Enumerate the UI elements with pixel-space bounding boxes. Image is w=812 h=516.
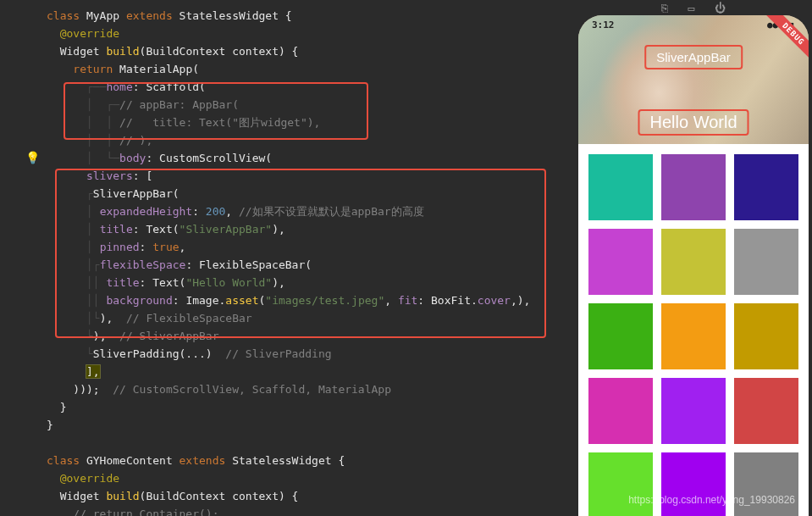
lightbulb-icon[interactable]: 💡	[25, 151, 40, 164]
code-line[interactable]: │ │ // ),	[47, 131, 575, 149]
code-line[interactable]: │ pinned: true,	[47, 238, 575, 256]
grid-cell[interactable]	[734, 378, 798, 444]
code-line[interactable]: ┌──home: Scaffold(	[47, 78, 575, 96]
toggle-icon[interactable]: ⏻	[715, 2, 726, 14]
code-line[interactable]: @override	[47, 25, 575, 42]
simulator-pane: ⎘ ▭ ⏻ DEBUG 3:12 ●●● ▮ SliverAppBar Hell…	[575, 0, 812, 516]
grid-cell[interactable]	[588, 229, 653, 295]
grid-cell[interactable]	[588, 452, 653, 516]
code-line[interactable]: Widget build(BuildContext context) {	[47, 42, 575, 60]
grid-cell[interactable]	[588, 303, 653, 369]
grid-cell[interactable]	[661, 303, 726, 369]
code-line[interactable]: │└), // FlexibleSpaceBar	[47, 309, 575, 327]
sliver-appbar: 3:12 ●●● ▮ SliverAppBar Hello World	[578, 15, 809, 144]
screenshot-icon[interactable]: ⎘	[661, 2, 668, 14]
code-area[interactable]: class MyApp extends StatelessWidget { @o…	[0, 7, 575, 516]
code-line[interactable]: ││ background: Image.asset("images/test.…	[47, 291, 575, 309]
status-time: 3:12	[592, 19, 615, 31]
grid-cell[interactable]	[734, 452, 798, 516]
code-line[interactable]: ],	[47, 363, 575, 380]
grid-cell[interactable]	[661, 229, 726, 295]
device-frame: DEBUG 3:12 ●●● ▮ SliverAppBar Hello Worl…	[578, 15, 809, 516]
code-line[interactable]: │ title: Text("SliverAppBar"),	[47, 220, 575, 238]
flexspace-title: Hello World	[638, 109, 749, 136]
grid-cell[interactable]	[734, 154, 798, 220]
grid-cell[interactable]	[661, 154, 726, 220]
code-line[interactable]: │ ┌─// appBar: AppBar(	[47, 96, 575, 114]
grid-cell[interactable]	[734, 229, 798, 295]
code-line[interactable]: return MaterialApp(	[47, 60, 575, 78]
code-line[interactable]: }	[47, 398, 575, 416]
code-line[interactable]	[47, 434, 575, 452]
grid-cell[interactable]	[588, 154, 653, 220]
sliver-grid[interactable]	[578, 144, 809, 516]
code-line[interactable]: ││ title: Text("Hello World"),	[47, 274, 575, 291]
code-line[interactable]: @override	[47, 469, 575, 487]
code-line[interactable]: }	[47, 416, 575, 434]
grid-cell[interactable]	[734, 303, 798, 369]
grid-cell[interactable]	[661, 452, 726, 516]
code-line[interactable]: ┌SliverAppBar(	[47, 185, 575, 203]
watermark-text: https://blog.csdn.net/yong_19930826	[628, 494, 795, 506]
code-line[interactable]: │ expandedHeight: 200, //如果不设置就默认是appBar…	[47, 203, 575, 220]
code-line[interactable]: └), // SliverAppBar	[47, 327, 575, 345]
grid-cell[interactable]	[661, 378, 726, 444]
simulator-toolbar[interactable]: ⎘ ▭ ⏻	[575, 0, 812, 15]
code-line[interactable]: │┌flexibleSpace: FlexibleSpaceBar(	[47, 256, 575, 274]
editor-gutter: 💡	[0, 0, 42, 516]
code-line[interactable]: slivers: [	[47, 167, 575, 185]
code-line[interactable]: Widget build(BuildContext context) {	[47, 487, 575, 505]
code-line[interactable]: │ └─body: CustomScrollView(	[47, 149, 575, 167]
code-line[interactable]: // return Container();	[47, 505, 575, 516]
code-line[interactable]: ))); // CustomScrollView, Scaffold, Mate…	[47, 380, 575, 398]
code-line[interactable]: class MyApp extends StatelessWidget {	[47, 7, 575, 25]
home-icon[interactable]: ▭	[688, 2, 695, 14]
code-line[interactable]: │ │ // title: Text("图片widget"),	[47, 114, 575, 131]
code-editor[interactable]: 💡 class MyApp extends StatelessWidget { …	[0, 0, 575, 516]
appbar-title: SliverAppBar	[644, 45, 743, 69]
code-line[interactable]: class GYHomeContent extends StatelessWid…	[47, 452, 575, 469]
code-line[interactable]: └SliverPadding(...) // SliverPadding	[47, 345, 575, 363]
grid-cell[interactable]	[588, 378, 653, 444]
